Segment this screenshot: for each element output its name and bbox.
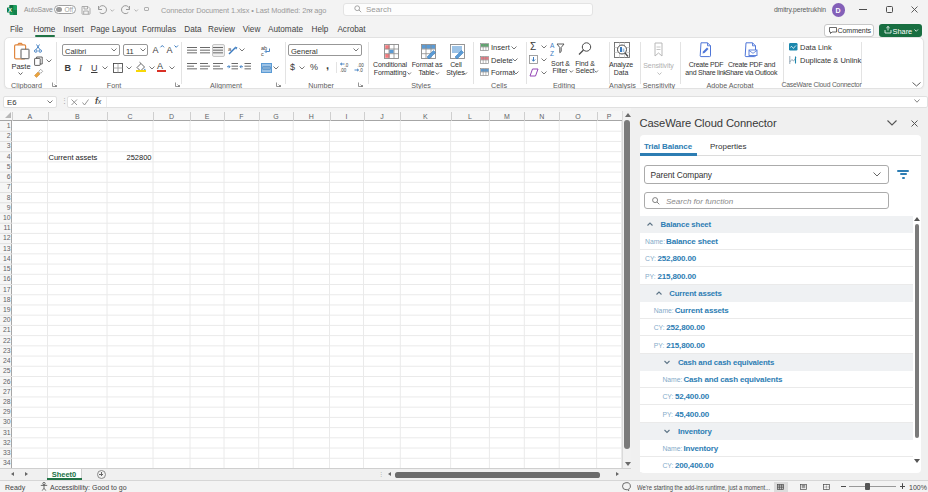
- svg-text:A: A: [550, 42, 555, 49]
- svg-text:.00: .00: [340, 68, 347, 73]
- svg-text:c: c: [261, 50, 264, 56]
- svg-text:.0: .0: [359, 68, 363, 73]
- svg-text:Z: Z: [550, 50, 554, 57]
- svg-text:X: X: [8, 7, 12, 13]
